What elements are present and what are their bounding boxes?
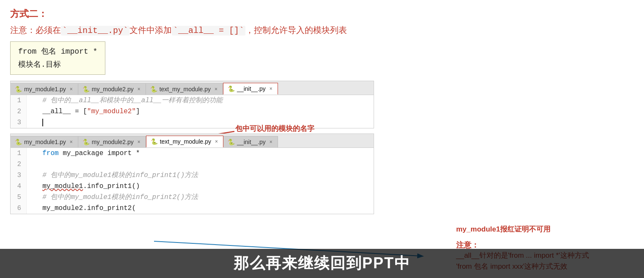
line2-content-6: my_module2.info_print2( xyxy=(27,203,374,214)
syntax-box: from 包名 import * 模块名.目标 xyxy=(10,41,105,75)
tab-my-module1[interactable]: 🐍 my_module1.py × xyxy=(11,83,78,95)
line-num-1: 1 xyxy=(11,95,27,106)
close-icon-1[interactable]: × xyxy=(70,86,73,92)
code2-line-3: 3 # 包中的my_module1模块的info_print1()方法 xyxy=(11,170,374,181)
tab-bar-2: 🐍 my_module1.py × 🐍 my_module2.py × 🐍 te… xyxy=(11,134,374,148)
tab2-my-module1[interactable]: 🐍 my_module1.py × xyxy=(11,136,78,147)
tab-init-py[interactable]: 🐍 __init__.py × xyxy=(223,83,278,95)
line2-num-2: 2 xyxy=(11,159,27,170)
close-icon-5[interactable]: × xyxy=(70,139,73,145)
annot-red-text: my_module1报红证明不可用 xyxy=(456,224,630,234)
tab-my-module2[interactable]: 🐍 my_module2.py × xyxy=(78,83,146,95)
python-icon-6: 🐍 xyxy=(83,139,90,145)
close-icon-6[interactable]: × xyxy=(138,139,140,145)
code2-line-1: 1 from my_package import * xyxy=(11,148,374,159)
python-icon-4: 🐍 xyxy=(228,85,235,92)
python-icon-1: 🐍 xyxy=(15,86,22,93)
line2-num-6: 6 xyxy=(11,203,27,214)
line2-num-4: 4 xyxy=(11,181,27,192)
code-area-2: 1 from my_package import * 2 3 # 包中的my_m… xyxy=(11,148,374,214)
subtitle-bar: 那么再来继续回到PPT中 xyxy=(0,249,644,278)
line2-content-2 xyxy=(27,159,374,170)
line2-content-5: # 包中的my_module1模块的info_print2()方法 xyxy=(27,192,374,203)
python-icon-2: 🐍 xyxy=(83,86,90,93)
tab-bar-1: 🐍 my_module1.py × 🐍 my_module2.py × 🐍 te… xyxy=(11,81,374,95)
tab2-my-module2[interactable]: 🐍 my_module2.py × xyxy=(78,136,146,147)
close-icon-2[interactable]: × xyxy=(138,86,140,92)
code-line-2: 2 __all__ = ["my_module2"] xyxy=(11,106,374,117)
code2-line-2: 2 xyxy=(11,159,374,170)
line-content-3 xyxy=(27,117,374,128)
code2-line-6: 6 my_module2.info_print2( xyxy=(11,203,374,214)
close-icon-8[interactable]: × xyxy=(270,139,272,145)
tab-text-my-module[interactable]: 🐍 text_my_module.py × xyxy=(146,83,223,95)
python-icon-5: 🐍 xyxy=(15,139,22,145)
editor2: 🐍 my_module1.py × 🐍 my_module2.py × 🐍 te… xyxy=(10,134,374,214)
tab2-init-py[interactable]: 🐍 __init__.py × xyxy=(223,136,278,147)
line-num-3: 3 xyxy=(11,117,27,128)
line2-content-1: from my_package import * xyxy=(27,148,374,159)
python-icon-3: 🐍 xyxy=(150,86,157,93)
line-num-2: 2 xyxy=(11,106,27,117)
line2-num-1: 1 xyxy=(11,148,27,159)
close-icon-7[interactable]: × xyxy=(215,139,218,144)
close-icon-3[interactable]: × xyxy=(215,86,217,92)
line2-content-3: # 包中的my_module1模块的info_print1()方法 xyxy=(27,170,374,181)
line2-content-4: my_module1.info_print1() xyxy=(27,181,374,192)
code-area-1: 1 # 包中的__all__和模块中的__all__一样有着控制的功能 2 __… xyxy=(11,95,374,128)
code2-line-5: 5 # 包中的my_module1模块的info_print2()方法 xyxy=(11,192,374,203)
code-line-1: 1 # 包中的__all__和模块中的__all__一样有着控制的功能 xyxy=(11,95,374,106)
annotation-module-name: 包中可以用的模块的名字 xyxy=(235,124,314,134)
line-content-1: # 包中的__all__和模块中的__all__一样有着控制的功能 xyxy=(27,95,374,106)
line2-num-5: 5 xyxy=(11,192,27,203)
python-icon-7: 🐍 xyxy=(151,138,158,145)
code2-line-4: 4 my_module1.info_print1() xyxy=(11,181,374,192)
tab2-text-my-module[interactable]: 🐍 text_my_module.py × xyxy=(146,136,223,147)
line-content-2: __all__ = ["my_module2"] xyxy=(27,106,374,117)
editor1: 🐍 my_module1.py × 🐍 my_module2.py × 🐍 te… xyxy=(10,81,374,128)
section-title: 方式二： xyxy=(10,8,634,20)
code-line-3: 3 xyxy=(11,117,374,128)
notice-line: 注意：必须在`__init__.py`文件中添加`__all__ = []`，控… xyxy=(10,24,634,37)
close-icon-4[interactable]: × xyxy=(270,86,272,92)
line2-num-3: 3 xyxy=(11,170,27,181)
python-icon-8: 🐍 xyxy=(228,139,235,145)
